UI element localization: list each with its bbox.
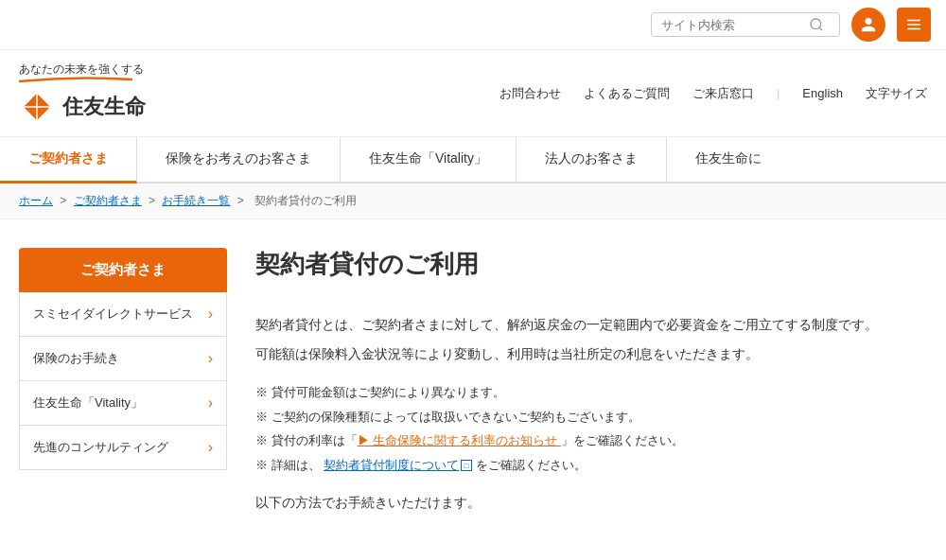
svg-rect-4 xyxy=(907,28,920,30)
logo-area: あなたの未来を強くする 住友生命 xyxy=(19,61,499,125)
content-body: 契約者貸付とは、ご契約者さまに対して、解約返戻金の一定範囲内で必要資金をご用立て… xyxy=(255,313,927,366)
nav-item-keiyakusha[interactable]: ご契約者さま xyxy=(0,137,137,184)
user-icon xyxy=(860,16,877,33)
nav-item-hojin[interactable]: 法人のお客さま xyxy=(517,137,667,182)
content-area: ご契約者さま スミセイダイレクトサービス › 保険のお手続き › 住友生命「Vi… xyxy=(0,219,946,540)
procedure-paragraph: 以下の方法でお手続きいただけます。 xyxy=(255,495,927,512)
note3-suffix: 」をご確認ください。 xyxy=(561,433,684,447)
sidebar-header: ご契約者さま xyxy=(19,248,227,292)
sidebar-item-consulting-label: 先進のコンサルティング xyxy=(33,439,168,456)
breadcrumb: ホーム > ご契約者さま > お手続き一覧 > 契約者貸付のご利用 xyxy=(0,184,946,219)
note4-suffix: をご確認ください。 xyxy=(472,458,587,472)
chevron-right-icon: › xyxy=(208,350,213,367)
contact-link[interactable]: お問合わせ xyxy=(499,85,561,102)
note3-prefix: ※ 貸付の利率は「 xyxy=(255,433,358,447)
search-box[interactable] xyxy=(651,12,840,37)
nav-item-vitality[interactable]: 住友生命「Vitality」 xyxy=(341,137,517,182)
swoosh-decoration xyxy=(19,76,132,83)
top-bar xyxy=(0,0,946,50)
header-nav: お問合わせ よくあるご質問 ご来店窓口 | English 文字サイズ xyxy=(499,85,927,102)
user-button[interactable] xyxy=(851,8,885,42)
chevron-right-icon: › xyxy=(208,439,213,456)
breadcrumb-sep1: > xyxy=(60,194,69,207)
sidebar-item-hoken-label: 保険のお手続き xyxy=(33,350,119,367)
note-3: ※ 貸付の利率は「▶ 生命保険に関する利率のお知らせ 」をご確認ください。 xyxy=(255,429,927,451)
svg-rect-3 xyxy=(907,24,920,26)
note4-prefix: ※ 詳細は、 xyxy=(255,458,324,472)
menu-icon xyxy=(905,16,922,33)
svg-rect-2 xyxy=(907,20,920,22)
tagline-text: あなたの未来を強くする xyxy=(19,62,144,76)
sidebar-item-vitality[interactable]: 住友生命「Vitality」 › xyxy=(19,381,227,426)
logo-diamond xyxy=(19,89,55,125)
content-notes: ※ 貸付可能金額はご契約により異なります。 ※ ご契約の保険種類によっては取扱い… xyxy=(255,381,927,476)
tagline: あなたの未来を強くする xyxy=(19,61,144,78)
breadcrumb-tetsuzuki[interactable]: お手続き一覧 xyxy=(162,194,230,207)
faq-link[interactable]: よくあるご質問 xyxy=(584,85,670,102)
note-4: ※ 詳細は、 契約者貸付制度について□ をご確認ください。 xyxy=(255,454,927,476)
chevron-right-icon: › xyxy=(208,394,213,411)
english-link[interactable]: English xyxy=(802,86,843,100)
sidebar-item-direct[interactable]: スミセイダイレクトサービス › xyxy=(19,292,227,337)
main-nav: ご契約者さま 保険をお考えのお客さま 住友生命「Vitality」 法人のお客さ… xyxy=(0,137,946,184)
store-link[interactable]: ご来店窓口 xyxy=(692,85,754,102)
sidebar-item-vitality-label: 住友生命「Vitality」 xyxy=(33,394,143,411)
page-title: 契約者貸付のご利用 xyxy=(255,248,927,290)
keiyakusha-link[interactable]: 契約者貸付制度について xyxy=(324,458,459,472)
sidebar-item-direct-label: スミセイダイレクトサービス xyxy=(33,306,193,323)
breadcrumb-current: 契約者貸付のご利用 xyxy=(254,194,357,207)
note-1: ※ 貸付可能金額はご契約により異なります。 xyxy=(255,381,927,403)
breadcrumb-sep3: > xyxy=(237,194,247,207)
procedure-text: 以下の方法でお手続きいただけます。 xyxy=(255,495,927,512)
external-link-icon: □ xyxy=(461,460,472,471)
breadcrumb-sep2: > xyxy=(149,194,158,207)
chevron-right-icon: › xyxy=(208,306,213,323)
body-paragraph-2: 可能額は保険料入金状況等により変動し、利用時は当社所定の利息をいただきます。 xyxy=(255,342,927,366)
sidebar-item-hoken[interactable]: 保険のお手続き › xyxy=(19,337,227,381)
search-icon xyxy=(809,17,824,32)
sidebar: ご契約者さま スミセイダイレクトサービス › 保険のお手続き › 住友生命「Vi… xyxy=(19,248,227,512)
main-content: 契約者貸付のご利用 契約者貸付とは、ご契約者さまに対して、解約返戻金の一定範囲内… xyxy=(255,248,927,512)
breadcrumb-keiyakusha[interactable]: ご契約者さま xyxy=(74,194,142,207)
logo-text: 住友生命 xyxy=(62,93,146,121)
nav-divider: | xyxy=(777,86,780,100)
logo-top: あなたの未来を強くする 住友生命 xyxy=(19,61,146,125)
svg-line-1 xyxy=(819,27,822,30)
font-size-link[interactable]: 文字サイズ xyxy=(866,85,927,102)
header: あなたの未来を強くする 住友生命 お問合わせ よくあるご質問 ご来店窓口 xyxy=(0,50,946,137)
nav-item-hoken[interactable]: 保険をお考えのお客さま xyxy=(137,137,341,182)
menu-button[interactable] xyxy=(897,8,931,42)
breadcrumb-home[interactable]: ホーム xyxy=(19,194,53,207)
body-paragraph-1: 契約者貸付とは、ご契約者さまに対して、解約返戻金の一定範囲内で必要資金をご用立て… xyxy=(255,313,927,337)
note-2: ※ ご契約の保険種類によっては取扱いできないご契約もございます。 xyxy=(255,406,927,428)
search-input[interactable] xyxy=(661,18,803,32)
sidebar-item-consulting[interactable]: 先進のコンサルティング › xyxy=(19,426,227,470)
nav-item-sumitomo[interactable]: 住友生命に xyxy=(667,137,790,182)
svg-point-0 xyxy=(811,19,821,29)
rate-notice-link[interactable]: ▶ 生命保険に関する利率のお知らせ xyxy=(358,433,561,447)
